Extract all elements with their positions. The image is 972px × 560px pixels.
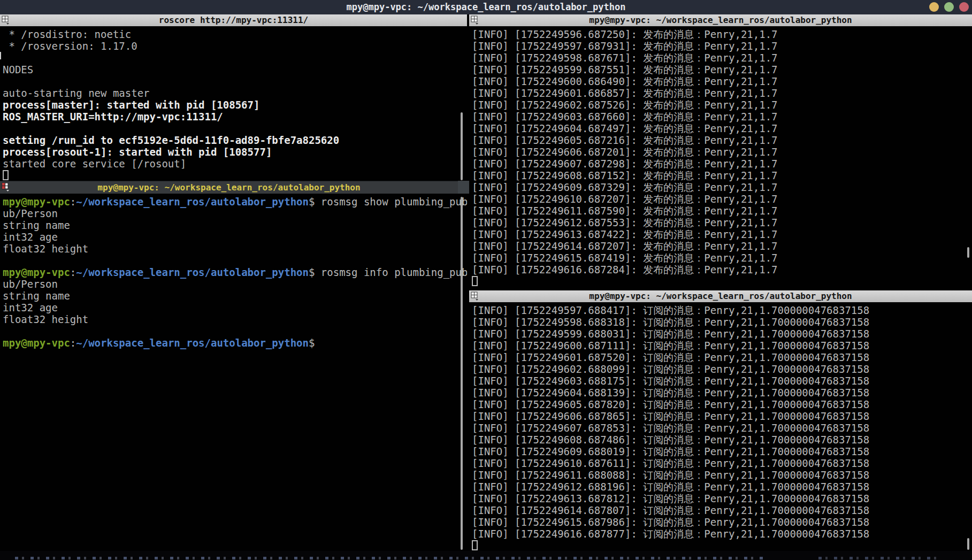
clipped-glyphs — [15, 557, 764, 559]
pane-titlebar-subscriber[interactable]: mpy@mpy-vpc: ~/workspace_learn_ros/autol… — [469, 290, 972, 302]
group-grid-icon[interactable] — [471, 291, 479, 301]
pane-title: roscore http://mpy-vpc:11311/ — [159, 15, 308, 25]
close-button[interactable] — [959, 2, 969, 12]
terminal-subscriber-log[interactable]: [INFO] [1752249597.688417]: 订阅的消息：Penry,… — [469, 302, 972, 551]
scrollbar-right-top[interactable] — [967, 247, 969, 258]
pane-title: mpy@mpy-vpc: ~/workspace_learn_ros/autol… — [97, 182, 360, 193]
group-grid-icon[interactable] — [471, 16, 479, 25]
pane-titlebar-shell[interactable]: mpy@mpy-vpc: ~/workspace_learn_ros/autol… — [0, 181, 458, 194]
group-grid-icon[interactable] — [2, 16, 10, 25]
terminal-shell-output[interactable]: mpy@mpy-vpc:~/workspace_learn_ros/autola… — [0, 194, 467, 551]
clipped-bottom-row — [0, 551, 972, 560]
maximize-button[interactable] — [944, 2, 954, 12]
pane-splitter-handle[interactable] — [458, 181, 469, 194]
group-grid-icon-focused[interactable] — [2, 182, 10, 192]
scrollbar-left-top[interactable] — [461, 112, 463, 180]
pane-titlebar-roscore[interactable]: roscore http://mpy-vpc:11311/ — [0, 14, 467, 26]
window-controls — [929, 2, 969, 12]
window-titlebar[interactable]: mpy@mpy-vpc: ~/workspace_learn_ros/autol… — [0, 0, 972, 14]
window-title: mpy@mpy-vpc: ~/workspace_learn_ros/autol… — [347, 2, 626, 12]
scrollbar-left-bottom[interactable] — [461, 197, 463, 550]
scrollbar-right-bottom[interactable] — [967, 538, 969, 550]
terminator-window: mpy@mpy-vpc: ~/workspace_learn_ros/autol… — [0, 0, 972, 560]
clipped-glyphs — [818, 557, 942, 559]
pane-title: mpy@mpy-vpc: ~/workspace_learn_ros/autol… — [589, 291, 852, 301]
pane-titlebar-publisher[interactable]: mpy@mpy-vpc: ~/workspace_learn_ros/autol… — [469, 14, 972, 26]
terminal-publisher-log[interactable]: [INFO] [1752249596.687250]: 发布的消息：Penry,… — [469, 26, 972, 290]
left-edge-artifact — [0, 52, 1, 59]
minimize-button[interactable] — [929, 2, 939, 12]
pane-title: mpy@mpy-vpc: ~/workspace_learn_ros/autol… — [589, 15, 852, 25]
terminal-roscore-output[interactable]: * /rosdistro: noetic * /rosversion: 1.17… — [0, 26, 467, 181]
